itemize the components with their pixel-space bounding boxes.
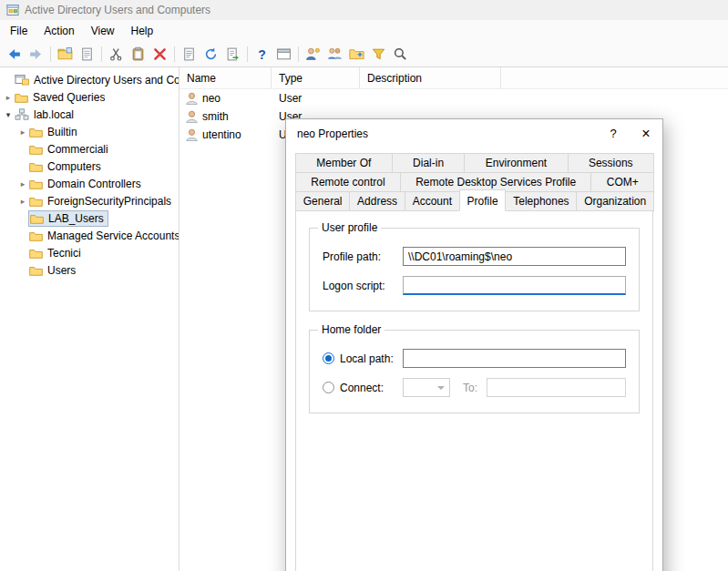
tab-general[interactable]: General <box>295 191 350 211</box>
tab-row-3: General Address Account Profile Telephon… <box>295 191 653 210</box>
create-user-icon[interactable] <box>302 44 323 65</box>
user-icon <box>186 128 198 141</box>
chevron-collapsed-icon[interactable] <box>16 179 29 189</box>
chevron-collapsed-icon[interactable] <box>16 197 29 206</box>
tab-member-of[interactable]: Member Of <box>295 153 393 173</box>
cut-icon[interactable] <box>106 44 127 65</box>
column-header-name[interactable]: Name <box>179 67 272 88</box>
tab-environment[interactable]: Environment <box>464 153 568 173</box>
chevron-down-icon <box>437 386 445 393</box>
export-list-icon[interactable] <box>77 44 97 65</box>
tree-item-saved-queries[interactable]: Saved Queries <box>0 88 179 106</box>
profile-path-label: Profile path: <box>323 250 403 263</box>
window-title: Active Directory Users and Computers <box>25 4 210 16</box>
tab-address[interactable]: Address <box>349 191 405 211</box>
tree-item-label: lab.local <box>34 108 74 121</box>
cell-name: smith <box>202 110 229 123</box>
tree-item-domain-controllers[interactable]: Domain Controllers <box>0 175 179 192</box>
folder-icon <box>29 144 43 155</box>
tree-item-label: ForeignSecurityPrincipals <box>47 195 171 208</box>
tree-item-label: Builtin <box>47 126 77 138</box>
create-group-icon[interactable] <box>324 44 345 65</box>
create-ou-icon[interactable] <box>346 44 367 65</box>
dialog-title: neo Properties <box>297 127 597 140</box>
forward-icon[interactable] <box>26 44 46 65</box>
local-path-radio[interactable] <box>323 352 334 364</box>
tab-com-plus[interactable]: COM+ <box>590 172 654 192</box>
delete-icon[interactable] <box>149 44 170 65</box>
menu-action[interactable]: Action <box>36 22 82 40</box>
connect-label: Connect: <box>340 382 403 394</box>
tab-account[interactable]: Account <box>405 191 460 211</box>
properties-dialog: neo Properties ? × Member Of Dial-in Env… <box>285 118 663 571</box>
logon-script-input[interactable] <box>403 276 626 295</box>
properties-icon[interactable] <box>179 44 200 65</box>
column-header-description[interactable]: Description <box>360 67 501 88</box>
user-icon <box>186 92 198 105</box>
tree-item-managed-service-accounts[interactable]: Managed Service Accounts <box>0 227 179 244</box>
folder-icon <box>29 178 43 189</box>
menu-file[interactable]: File <box>2 22 36 40</box>
tree-item-commerciali[interactable]: Commerciali <box>0 140 179 158</box>
home-folder-groupbox: Home folder Local path: Connect: To: <box>309 330 640 413</box>
drive-letter-dropdown <box>403 378 450 397</box>
tab-remote-control[interactable]: Remote control <box>295 172 401 192</box>
tree-item-tecnici[interactable]: Tecnici <box>0 244 179 261</box>
profile-path-input[interactable] <box>403 247 626 266</box>
refresh-icon[interactable] <box>200 44 221 65</box>
set-filter-icon[interactable] <box>368 44 389 65</box>
tree-item-lab-users[interactable]: LAB_Users <box>0 209 179 227</box>
tree-item-computers[interactable]: Computers <box>0 158 179 175</box>
logon-script-label: Logon script: <box>323 280 403 292</box>
tree-item-label: Domain Controllers <box>47 178 141 190</box>
tab-profile[interactable]: Profile <box>459 189 507 211</box>
tree-item-builtin[interactable]: Builtin <box>0 123 179 140</box>
dialog-close-button[interactable]: × <box>630 119 662 148</box>
chevron-collapsed-icon[interactable] <box>16 127 29 137</box>
tree-item-label: Tecnici <box>47 247 81 260</box>
list-row-neo[interactable]: neo User <box>179 89 728 107</box>
toolbar: ? <box>0 42 728 67</box>
tab-dial-in[interactable]: Dial-in <box>392 153 466 173</box>
menu-help[interactable]: Help <box>123 22 162 40</box>
directory-root-icon <box>15 74 29 86</box>
console-tree-pane: Active Directory Users and Computers Sav… <box>0 67 179 571</box>
dialog-titlebar: neo Properties ? × <box>286 119 662 148</box>
find-icon[interactable] <box>390 44 411 65</box>
tab-organization[interactable]: Organization <box>576 191 654 211</box>
mmc-app-icon <box>6 4 19 16</box>
dialog-help-button[interactable]: ? <box>597 119 630 148</box>
folder-icon <box>29 161 43 172</box>
tree-item-users[interactable]: Users <box>0 261 179 279</box>
connect-radio[interactable] <box>323 382 334 393</box>
export-icon[interactable] <box>222 44 243 65</box>
window-titlebar: Active Directory Users and Computers <box>0 0 728 20</box>
selected-tree-item-highlight: LAB_Users <box>29 211 108 226</box>
tab-telephones[interactable]: Telephones <box>505 191 577 211</box>
toolbar-separator <box>247 46 248 62</box>
domain-icon <box>15 108 29 120</box>
console-window-icon[interactable] <box>273 44 294 65</box>
copy-icon[interactable] <box>128 44 149 65</box>
cell-type: User <box>272 92 360 105</box>
folder-icon <box>29 248 43 259</box>
tab-strip: Member Of Dial-in Environment Sessions R… <box>286 148 662 210</box>
menu-view[interactable]: View <box>83 22 123 40</box>
help-icon[interactable]: ? <box>251 44 272 65</box>
tab-row-1: Member Of Dial-in Environment Sessions <box>295 153 653 172</box>
tree-item-label: Computers <box>47 160 101 173</box>
show-console-tree-icon[interactable] <box>55 44 76 65</box>
tree-item-root[interactable]: Active Directory Users and Computers <box>0 71 179 88</box>
tab-sessions[interactable]: Sessions <box>568 153 654 173</box>
back-icon[interactable] <box>4 44 25 65</box>
local-path-input[interactable] <box>403 349 626 368</box>
chevron-expanded-icon[interactable] <box>2 110 15 119</box>
folder-icon <box>29 127 43 138</box>
groupbox-legend: User profile <box>318 221 381 234</box>
tree-item-lab-local[interactable]: lab.local <box>0 106 179 123</box>
chevron-collapsed-icon[interactable] <box>2 93 15 102</box>
cell-name: utentino <box>202 128 241 141</box>
column-header-type[interactable]: Type <box>272 67 360 88</box>
column-header-filler <box>501 67 728 88</box>
tree-item-foreignsecurityprincipals[interactable]: ForeignSecurityPrincipals <box>0 192 179 209</box>
